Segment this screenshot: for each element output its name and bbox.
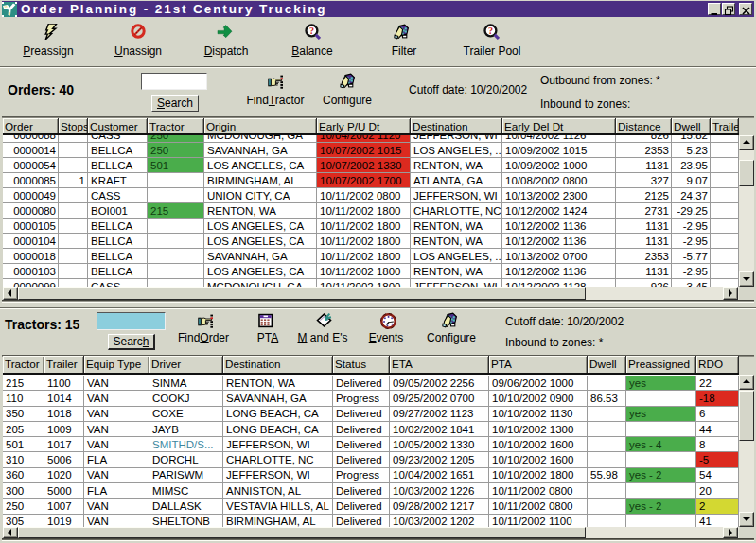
svg-text:?: ?: [488, 26, 493, 36]
svg-text:?: ?: [309, 26, 314, 36]
